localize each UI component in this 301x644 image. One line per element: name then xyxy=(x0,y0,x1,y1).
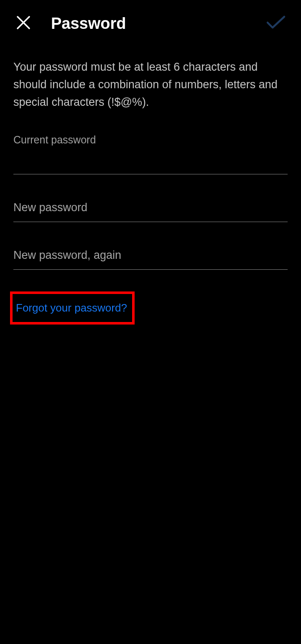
checkmark-icon xyxy=(264,14,288,33)
new-password-again-input[interactable] xyxy=(13,238,288,270)
close-button[interactable] xyxy=(13,13,33,33)
password-requirements-text: Your password must be at least 6 charact… xyxy=(13,59,288,111)
confirm-button[interactable] xyxy=(264,12,288,35)
forgot-password-link[interactable]: Forgot your password? xyxy=(14,296,129,320)
header: Password xyxy=(0,0,301,47)
new-password-again-group xyxy=(13,238,288,270)
current-password-group: Current password xyxy=(13,134,288,174)
new-password-input[interactable] xyxy=(13,190,288,222)
highlight-annotation: Forgot your password? xyxy=(10,291,135,325)
current-password-input[interactable] xyxy=(13,148,288,174)
content-area: Your password must be at least 6 charact… xyxy=(0,47,301,325)
current-password-label: Current password xyxy=(13,134,288,146)
close-icon xyxy=(15,14,32,33)
page-title: Password xyxy=(51,15,126,33)
new-password-group xyxy=(13,190,288,222)
